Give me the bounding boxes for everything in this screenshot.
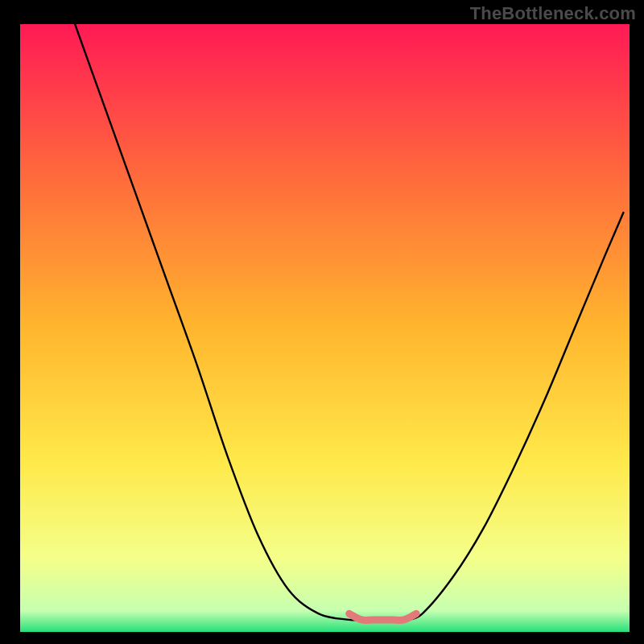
plot-background — [20, 24, 630, 632]
watermark-text: TheBottleneck.com — [470, 3, 636, 24]
chart-svg — [0, 0, 644, 644]
chart-stage: TheBottleneck.com — [0, 0, 644, 644]
